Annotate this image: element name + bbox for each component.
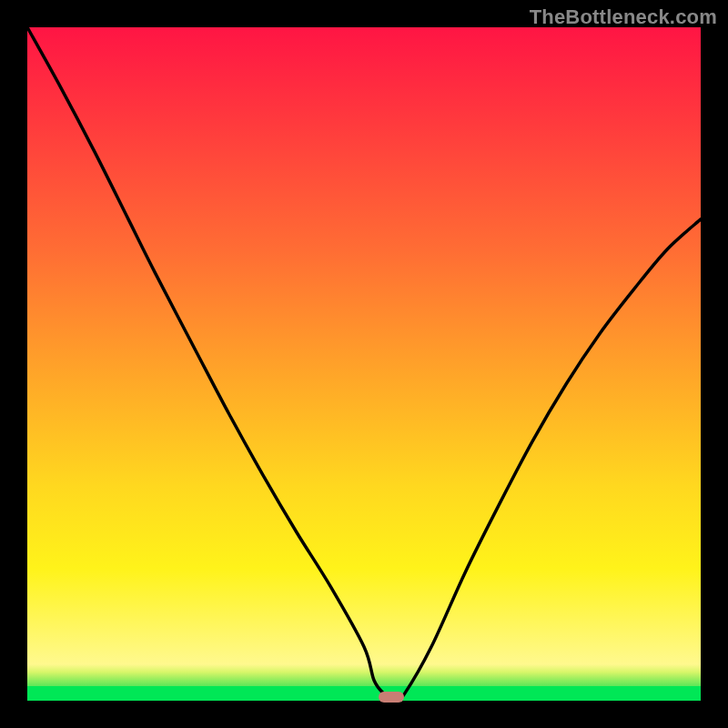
curve-path xyxy=(27,27,701,699)
bottleneck-curve xyxy=(27,27,701,701)
chart-frame: TheBottleneck.com xyxy=(0,0,728,728)
optimal-marker xyxy=(379,692,404,703)
watermark-text: TheBottleneck.com xyxy=(530,5,717,29)
plot-area xyxy=(27,27,701,701)
